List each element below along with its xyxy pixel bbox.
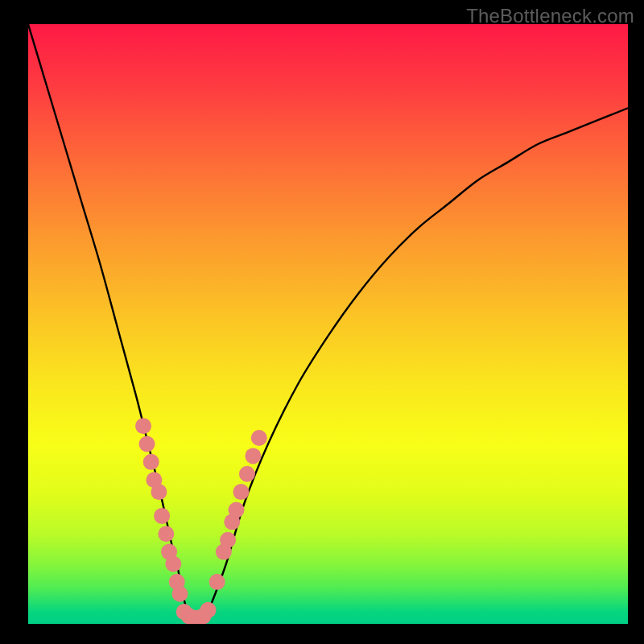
data-dot (146, 472, 162, 488)
data-dot (158, 526, 174, 542)
bottleneck-curve (28, 24, 628, 624)
data-dot (143, 454, 159, 470)
data-dot (186, 610, 202, 624)
data-dot (224, 514, 240, 530)
data-dot (251, 430, 267, 446)
data-dot (154, 508, 170, 524)
data-dot (176, 604, 192, 620)
data-dot (151, 484, 167, 500)
data-dot (169, 574, 185, 590)
data-dot (196, 608, 212, 624)
data-dot (220, 532, 236, 548)
data-dot (135, 418, 151, 434)
watermark-text: TheBottleneck.com (466, 5, 634, 27)
plot-area (28, 24, 628, 624)
data-dot (161, 544, 177, 560)
data-dot (181, 608, 197, 624)
data-dot (191, 610, 207, 624)
data-dots (135, 418, 267, 624)
data-dot (233, 484, 249, 500)
chart-overlay-svg (28, 24, 628, 624)
data-dot (165, 556, 181, 572)
data-dot (209, 574, 225, 590)
data-dot (229, 502, 245, 518)
data-dot (171, 586, 188, 602)
data-dot (239, 466, 255, 482)
data-dot (216, 544, 232, 560)
data-dot (200, 602, 217, 618)
chart-frame: TheBottleneck.com (0, 0, 644, 644)
data-dot (139, 436, 155, 452)
data-dot (245, 448, 261, 464)
